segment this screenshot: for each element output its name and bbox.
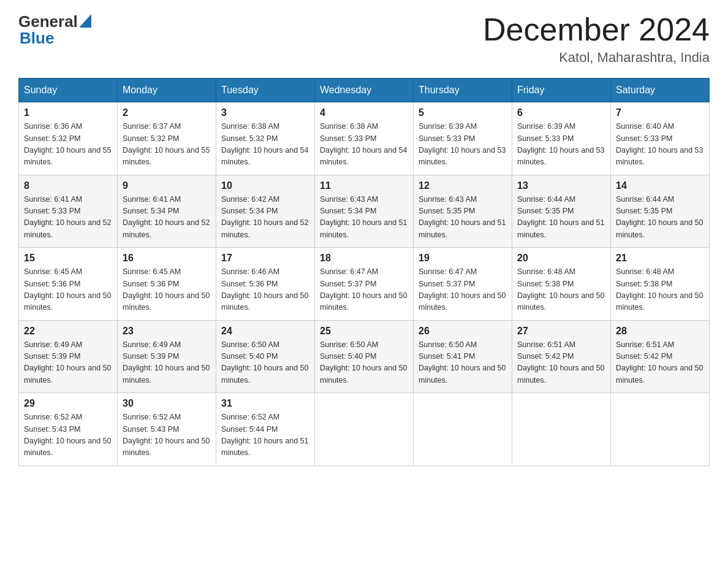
col-saturday: Saturday	[611, 79, 710, 102]
calendar-cell: 15 Sunrise: 6:45 AMSunset: 5:36 PMDaylig…	[19, 248, 118, 321]
day-info: Sunrise: 6:50 AMSunset: 5:41 PMDaylight:…	[419, 339, 507, 387]
day-number: 6	[517, 107, 605, 118]
day-number: 1	[24, 107, 112, 118]
calendar-cell	[414, 393, 512, 466]
day-info: Sunrise: 6:38 AMSunset: 5:32 PMDaylight:…	[221, 121, 309, 169]
day-number: 30	[123, 398, 211, 409]
day-info: Sunrise: 6:45 AMSunset: 5:36 PMDaylight:…	[24, 266, 112, 314]
day-number: 14	[616, 180, 704, 191]
calendar-cell: 26 Sunrise: 6:50 AMSunset: 5:41 PMDaylig…	[414, 320, 512, 393]
day-number: 19	[419, 253, 507, 264]
day-number: 20	[517, 253, 605, 264]
day-number: 13	[517, 180, 605, 191]
logo: General Blue	[18, 12, 91, 48]
day-number: 23	[123, 326, 211, 337]
day-info: Sunrise: 6:48 AMSunset: 5:38 PMDaylight:…	[517, 266, 605, 314]
day-number: 16	[123, 253, 211, 264]
day-number: 29	[24, 398, 112, 409]
location-title: Katol, Maharashtra, India	[483, 50, 710, 66]
calendar-cell: 4 Sunrise: 6:38 AMSunset: 5:33 PMDayligh…	[315, 102, 414, 175]
calendar-row-3: 15 Sunrise: 6:45 AMSunset: 5:36 PMDaylig…	[19, 248, 710, 321]
calendar-cell: 27 Sunrise: 6:51 AMSunset: 5:42 PMDaylig…	[512, 320, 611, 393]
col-thursday: Thursday	[414, 79, 512, 102]
day-number: 11	[320, 180, 408, 191]
day-info: Sunrise: 6:50 AMSunset: 5:40 PMDaylight:…	[221, 339, 309, 387]
day-number: 24	[221, 326, 309, 337]
day-info: Sunrise: 6:48 AMSunset: 5:38 PMDaylight:…	[616, 266, 704, 314]
day-info: Sunrise: 6:37 AMSunset: 5:32 PMDaylight:…	[123, 121, 211, 169]
calendar-cell: 29 Sunrise: 6:52 AMSunset: 5:43 PMDaylig…	[19, 393, 118, 466]
col-monday: Monday	[118, 79, 216, 102]
svg-marker-0	[79, 14, 91, 28]
day-info: Sunrise: 6:52 AMSunset: 5:43 PMDaylight:…	[24, 412, 112, 459]
day-number: 7	[616, 107, 704, 118]
logo-icon	[79, 14, 91, 28]
calendar-cell: 19 Sunrise: 6:47 AMSunset: 5:37 PMDaylig…	[414, 248, 512, 321]
calendar-cell: 16 Sunrise: 6:45 AMSunset: 5:36 PMDaylig…	[118, 248, 216, 321]
calendar-row-4: 22 Sunrise: 6:49 AMSunset: 5:39 PMDaylig…	[19, 320, 710, 393]
day-number: 15	[24, 253, 112, 264]
day-info: Sunrise: 6:43 AMSunset: 5:34 PMDaylight:…	[320, 194, 408, 242]
day-info: Sunrise: 6:49 AMSunset: 5:39 PMDaylight:…	[24, 339, 112, 387]
calendar-header-row: Sunday Monday Tuesday Wednesday Thursday…	[19, 79, 710, 102]
day-info: Sunrise: 6:39 AMSunset: 5:33 PMDaylight:…	[517, 121, 605, 169]
day-info: Sunrise: 6:44 AMSunset: 5:35 PMDaylight:…	[616, 194, 704, 242]
day-number: 5	[419, 107, 507, 118]
calendar-cell: 30 Sunrise: 6:52 AMSunset: 5:43 PMDaylig…	[118, 393, 216, 466]
day-info: Sunrise: 6:51 AMSunset: 5:42 PMDaylight:…	[517, 339, 605, 387]
col-tuesday: Tuesday	[216, 79, 315, 102]
calendar-cell: 21 Sunrise: 6:48 AMSunset: 5:38 PMDaylig…	[611, 248, 710, 321]
calendar-cell: 11 Sunrise: 6:43 AMSunset: 5:34 PMDaylig…	[315, 175, 414, 248]
calendar-cell: 18 Sunrise: 6:47 AMSunset: 5:37 PMDaylig…	[315, 248, 414, 321]
calendar-cell: 3 Sunrise: 6:38 AMSunset: 5:32 PMDayligh…	[216, 102, 315, 175]
calendar-cell	[315, 393, 414, 466]
day-number: 26	[419, 326, 507, 337]
calendar-cell: 12 Sunrise: 6:43 AMSunset: 5:35 PMDaylig…	[414, 175, 512, 248]
calendar-cell: 22 Sunrise: 6:49 AMSunset: 5:39 PMDaylig…	[19, 320, 118, 393]
day-info: Sunrise: 6:51 AMSunset: 5:42 PMDaylight:…	[616, 339, 704, 387]
page-header: General Blue December 2024 Katol, Mahara…	[18, 12, 710, 66]
day-info: Sunrise: 6:39 AMSunset: 5:33 PMDaylight:…	[419, 121, 507, 169]
calendar-cell: 14 Sunrise: 6:44 AMSunset: 5:35 PMDaylig…	[611, 175, 710, 248]
calendar-cell	[611, 393, 710, 466]
day-info: Sunrise: 6:38 AMSunset: 5:33 PMDaylight:…	[320, 121, 408, 169]
col-sunday: Sunday	[19, 79, 118, 102]
calendar-cell: 8 Sunrise: 6:41 AMSunset: 5:33 PMDayligh…	[19, 175, 118, 248]
calendar-table: Sunday Monday Tuesday Wednesday Thursday…	[18, 78, 710, 466]
day-info: Sunrise: 6:43 AMSunset: 5:35 PMDaylight:…	[419, 194, 507, 242]
day-info: Sunrise: 6:41 AMSunset: 5:33 PMDaylight:…	[24, 194, 112, 242]
calendar-cell	[512, 393, 611, 466]
col-friday: Friday	[512, 79, 611, 102]
calendar-cell: 2 Sunrise: 6:37 AMSunset: 5:32 PMDayligh…	[118, 102, 216, 175]
calendar-cell: 10 Sunrise: 6:42 AMSunset: 5:34 PMDaylig…	[216, 175, 315, 248]
calendar-cell: 1 Sunrise: 6:36 AMSunset: 5:32 PMDayligh…	[19, 102, 118, 175]
day-number: 8	[24, 180, 112, 191]
day-number: 2	[123, 107, 211, 118]
day-info: Sunrise: 6:49 AMSunset: 5:39 PMDaylight:…	[123, 339, 211, 387]
calendar-cell: 13 Sunrise: 6:44 AMSunset: 5:35 PMDaylig…	[512, 175, 611, 248]
day-number: 25	[320, 326, 408, 337]
day-number: 28	[616, 326, 704, 337]
day-number: 4	[320, 107, 408, 118]
calendar-row-2: 8 Sunrise: 6:41 AMSunset: 5:33 PMDayligh…	[19, 175, 710, 248]
day-number: 12	[419, 180, 507, 191]
day-number: 18	[320, 253, 408, 264]
day-number: 27	[517, 326, 605, 337]
day-info: Sunrise: 6:45 AMSunset: 5:36 PMDaylight:…	[123, 266, 211, 314]
calendar-cell: 17 Sunrise: 6:46 AMSunset: 5:36 PMDaylig…	[216, 248, 315, 321]
calendar-row-5: 29 Sunrise: 6:52 AMSunset: 5:43 PMDaylig…	[19, 393, 710, 466]
calendar-cell: 6 Sunrise: 6:39 AMSunset: 5:33 PMDayligh…	[512, 102, 611, 175]
day-info: Sunrise: 6:42 AMSunset: 5:34 PMDaylight:…	[221, 194, 309, 242]
calendar-cell: 25 Sunrise: 6:50 AMSunset: 5:40 PMDaylig…	[315, 320, 414, 393]
day-number: 22	[24, 326, 112, 337]
day-info: Sunrise: 6:47 AMSunset: 5:37 PMDaylight:…	[419, 266, 507, 314]
day-number: 10	[221, 180, 309, 191]
calendar-cell: 23 Sunrise: 6:49 AMSunset: 5:39 PMDaylig…	[118, 320, 216, 393]
calendar-cell: 7 Sunrise: 6:40 AMSunset: 5:33 PMDayligh…	[611, 102, 710, 175]
month-title: December 2024	[483, 12, 710, 47]
day-info: Sunrise: 6:41 AMSunset: 5:34 PMDaylight:…	[123, 194, 211, 242]
day-info: Sunrise: 6:52 AMSunset: 5:44 PMDaylight:…	[221, 412, 309, 459]
day-info: Sunrise: 6:44 AMSunset: 5:35 PMDaylight:…	[517, 194, 605, 242]
day-info: Sunrise: 6:40 AMSunset: 5:33 PMDaylight:…	[616, 121, 704, 169]
logo-blue: Blue	[20, 29, 54, 48]
